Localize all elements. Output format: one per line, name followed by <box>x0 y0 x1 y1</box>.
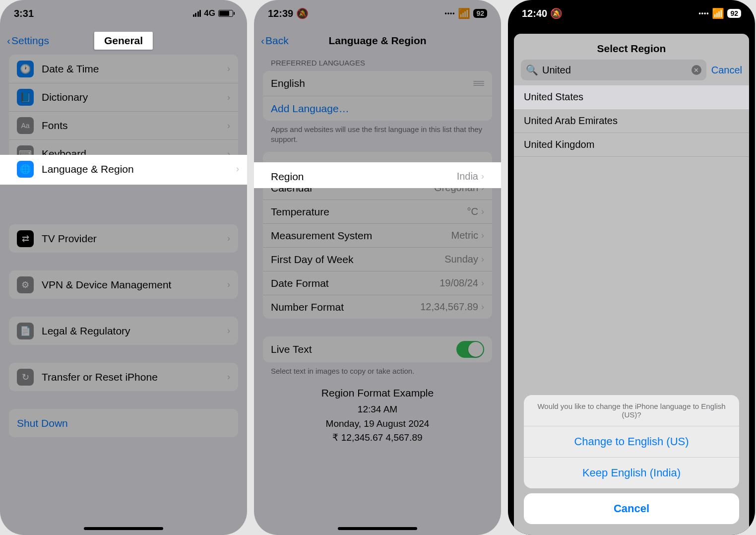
gear-icon: ⚙ <box>17 276 34 293</box>
screenshot-select-region: 12:40 🔕 •••• 📶 92 Select Region 🔍 ✕ Canc… <box>508 0 755 535</box>
format-title: Region Format Example <box>254 385 501 401</box>
section-header-preferred-languages: PREFERRED LANGUAGES <box>254 55 501 71</box>
row-label: Add Language… <box>271 103 484 115</box>
row-label: Region <box>271 171 457 183</box>
live-text-toggle[interactable] <box>456 341 484 358</box>
format-time: 12:34 AM <box>254 402 501 417</box>
section-footer: Select text in images to copy or take ac… <box>254 362 501 380</box>
status-bar: 3:31 4G <box>0 0 247 27</box>
row-label: Transfer or Reset iPhone <box>42 371 227 383</box>
book-icon: 📘 <box>17 89 34 106</box>
status-time: 3:31 <box>14 8 34 19</box>
row-region[interactable]: Region India › <box>254 162 501 188</box>
back-button[interactable]: ‹ Settings <box>7 35 49 47</box>
row-date-format[interactable]: Date Format19/08/24› <box>263 271 492 295</box>
chevron-left-icon: ‹ <box>261 35 264 47</box>
screenshot-language-region: 12:39 🔕 •••• 📶 92 ‹ Back Language & Regi… <box>254 0 501 535</box>
refresh-icon: ↻ <box>17 369 34 386</box>
row-value: India <box>457 171 478 182</box>
drag-handle-icon[interactable] <box>473 81 484 86</box>
row-vpn[interactable]: ⚙VPN & Device Management› <box>9 270 238 299</box>
row-measurement-system[interactable]: Measurement SystemMetric› <box>263 223 492 247</box>
font-icon: Aa <box>17 117 34 134</box>
row-shut-down[interactable]: Shut Down <box>9 409 238 437</box>
dots-icon: •••• <box>445 10 455 17</box>
wifi-icon: 📶 <box>712 7 724 19</box>
format-date: Monday, 19 August 2024 <box>254 417 501 431</box>
back-label: Back <box>265 35 289 47</box>
bell-slash-icon: 🔕 <box>550 8 563 19</box>
region-format-example: Region Format Example 12:34 AM Monday, 1… <box>254 380 501 445</box>
format-numbers: ₹ 12,345.67 4,567.89 <box>254 431 501 445</box>
row-fonts[interactable]: AaFonts› <box>9 111 238 139</box>
row-value: Metric <box>451 230 478 241</box>
status-time: 12:40 🔕 <box>522 7 563 19</box>
row-legal[interactable]: 📄Legal & Regulatory› <box>9 317 238 345</box>
action-sheet: Would you like to change the iPhone lang… <box>524 395 739 524</box>
row-value: °C <box>467 206 478 217</box>
row-label: Live Text <box>271 343 456 355</box>
bell-slash-icon: 🔕 <box>296 8 309 19</box>
nav-bar: ‹ Back Language & Region <box>254 27 501 55</box>
row-value: 12,34,567.89 <box>420 301 478 313</box>
back-button[interactable]: ‹ Back <box>261 35 289 47</box>
battery-badge: 92 <box>473 9 487 18</box>
chevron-right-icon: › <box>481 171 484 182</box>
alert-button-change[interactable]: Change to English (US) <box>524 426 739 458</box>
document-icon: 📄 <box>17 323 34 339</box>
chevron-right-icon: › <box>236 164 239 174</box>
row-number-format[interactable]: Number Format12,34,567.89› <box>263 295 492 319</box>
globe-icon: 🌐 <box>17 161 34 178</box>
row-dictionary[interactable]: 📘Dictionary› <box>9 83 238 111</box>
tv-icon: ⇄ <box>17 230 34 247</box>
row-value: Sunday <box>444 254 478 265</box>
row-label: Shut Down <box>17 417 230 429</box>
clock-icon: 🕐 <box>17 61 34 77</box>
page-title: General <box>94 32 153 50</box>
row-language-region[interactable]: 🌐 Language & Region › <box>0 155 247 185</box>
row-label: Number Format <box>271 301 420 313</box>
row-label: First Day of Week <box>271 254 444 266</box>
chevron-right-icon: › <box>481 302 484 312</box>
network-label: 4G <box>204 8 215 18</box>
chevron-right-icon: › <box>227 92 230 103</box>
alert-button-cancel[interactable]: Cancel <box>524 493 739 524</box>
region-result-united-states[interactable]: United States <box>514 85 749 109</box>
chevron-right-icon: › <box>227 326 230 336</box>
result-label: United States <box>524 91 583 103</box>
alert-message: Would you like to change the iPhone lang… <box>524 395 739 426</box>
row-label: Fonts <box>42 120 227 132</box>
row-value: 19/08/24 <box>440 277 478 289</box>
row-tv-provider[interactable]: ⇄TV Provider› <box>9 224 238 253</box>
back-label: Settings <box>11 35 49 47</box>
chevron-right-icon: › <box>481 230 484 241</box>
row-add-language[interactable]: Add Language… <box>263 96 492 121</box>
status-time: 12:39 🔕 <box>268 7 309 19</box>
row-label: Date & Time <box>42 63 227 75</box>
row-temperature[interactable]: Temperature°C› <box>263 200 492 223</box>
status-bar: 12:40 🔕 •••• 📶 92 <box>508 0 755 27</box>
chevron-right-icon: › <box>481 278 484 288</box>
chevron-right-icon: › <box>227 233 230 244</box>
row-label: Dictionary <box>42 91 227 103</box>
wifi-icon: 📶 <box>458 7 470 19</box>
alert-button-keep[interactable]: Keep English (India) <box>524 458 739 488</box>
page-title: Language & Region <box>328 35 426 47</box>
row-transfer-reset[interactable]: ↻Transfer or Reset iPhone› <box>9 363 238 391</box>
row-language-english[interactable]: English <box>263 71 492 96</box>
cellular-signal-icon <box>193 10 201 17</box>
screenshot-general-settings: 3:31 4G ‹ Settings General 🕐Date & Time›… <box>0 0 247 535</box>
home-indicator[interactable] <box>338 527 417 530</box>
battery-badge: 92 <box>727 9 741 18</box>
battery-icon <box>218 10 233 17</box>
status-bar: 12:39 🔕 •••• 📶 92 <box>254 0 501 27</box>
row-first-day-of-week[interactable]: First Day of WeekSunday› <box>263 247 492 271</box>
home-indicator[interactable] <box>84 527 163 530</box>
row-date-time[interactable]: 🕐Date & Time› <box>9 55 238 83</box>
chevron-right-icon: › <box>227 64 230 74</box>
row-label: TV Provider <box>42 233 227 245</box>
nav-bar: ‹ Settings General <box>0 27 247 55</box>
row-label: VPN & Device Management <box>42 279 227 291</box>
row-live-text[interactable]: Live Text <box>263 336 492 362</box>
chevron-right-icon: › <box>227 372 230 382</box>
